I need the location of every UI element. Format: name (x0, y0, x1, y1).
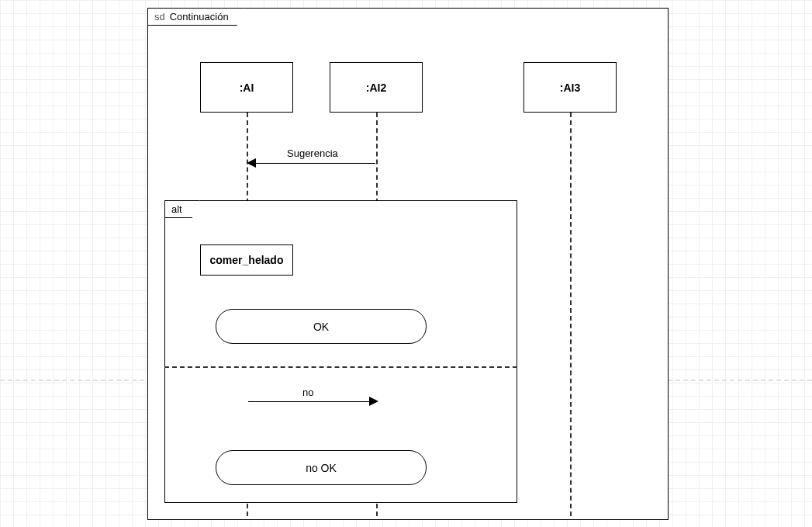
arrowhead-sugerencia (247, 158, 256, 168)
lifeline-line-ai3 (570, 113, 572, 516)
lifeline-label-ai3: :AI3 (560, 81, 580, 94)
lifeline-label-ai: :AI (240, 81, 254, 94)
state-invariant-comer-helado: comer_helado (200, 244, 293, 276)
sd-title: Continuación (170, 11, 229, 23)
alt-divider (164, 366, 517, 368)
lifeline-label-ai2: :AI2 (366, 81, 386, 94)
alt-keyword: alt (171, 203, 182, 215)
continuation-ok-label: OK (313, 321, 329, 333)
message-line-no (248, 401, 374, 402)
sd-keyword: sd (154, 11, 165, 23)
invariant-label: comer_helado (210, 254, 284, 266)
lifeline-head-ai: :AI (200, 62, 293, 113)
continuation-no-ok-label: no OK (306, 462, 337, 474)
lifeline-head-ai2: :AI2 (330, 62, 423, 113)
continuation-ok: OK (216, 309, 427, 344)
message-label-sugerencia: Sugerencia (287, 147, 338, 159)
message-line-sugerencia (248, 163, 375, 164)
arrowhead-no (369, 397, 378, 406)
lifeline-head-ai3: :AI3 (523, 62, 617, 113)
message-label-no: no (302, 387, 313, 398)
sd-frame-label: sd Continuación (147, 8, 245, 26)
continuation-no-ok: no OK (216, 450, 427, 485)
alt-frame-label: alt (164, 200, 200, 218)
